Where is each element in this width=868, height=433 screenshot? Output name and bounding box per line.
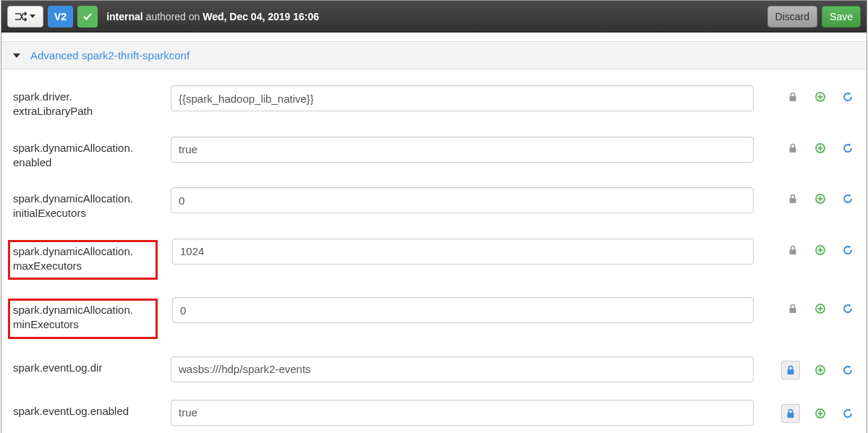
section-title[interactable]: Advanced spark2-thrift-sparkconf [30, 49, 190, 61]
add-icon[interactable] [813, 406, 827, 421]
property-row: spark.dynamicAllocation. enabled [1, 127, 867, 178]
property-row: spark.eventLog.dir [1, 346, 867, 390]
add-icon[interactable] [813, 90, 827, 104]
svg-rect-2 [790, 147, 796, 153]
svg-rect-8 [790, 308, 796, 313]
refresh-icon[interactable] [841, 141, 855, 155]
lock-icon[interactable] [786, 192, 800, 206]
refresh-icon[interactable] [841, 192, 855, 206]
refresh-icon[interactable] [841, 406, 855, 421]
property-row: spark.driver. extraLibraryPath [1, 75, 867, 127]
row-actions [768, 239, 855, 257]
property-input[interactable] [171, 356, 754, 382]
shuffle-icon [15, 12, 27, 22]
property-row: spark.eventLog.enabled [1, 390, 867, 433]
top-toolbar: V2 internal authored on Wed, Dec 04, 201… [1, 1, 867, 33]
add-icon[interactable] [813, 141, 827, 155]
property-label: spark.dynamicAllocation. minExecutors [8, 299, 158, 339]
chevron-down-icon [30, 14, 35, 18]
property-row: spark.dynamicAllocation. initialExecutor… [1, 177, 867, 228]
version-badge[interactable]: V2 [48, 6, 73, 27]
lock-icon[interactable] [786, 301, 800, 316]
property-label: spark.eventLog.enabled [13, 400, 156, 419]
refresh-icon[interactable] [841, 363, 855, 377]
svg-rect-10 [788, 369, 794, 374]
add-icon[interactable] [813, 363, 827, 377]
lock-icon[interactable] [786, 141, 800, 155]
property-label: spark.driver. extraLibraryPath [13, 85, 156, 119]
row-actions [768, 137, 855, 155]
row-actions [768, 297, 855, 316]
property-label: spark.dynamicAllocation. enabled [13, 137, 156, 171]
refresh-icon[interactable] [841, 301, 855, 316]
lock-icon[interactable] [786, 90, 800, 104]
property-input[interactable] [171, 400, 754, 426]
property-row: spark.dynamicAllocation. minExecutors [1, 287, 867, 346]
property-row: spark.dynamicAllocation. maxExecutors [1, 228, 867, 288]
property-input[interactable] [171, 187, 754, 213]
lock-icon[interactable] [781, 404, 800, 423]
svg-rect-0 [790, 96, 796, 101]
property-input[interactable] [171, 85, 754, 111]
property-input[interactable] [171, 137, 754, 163]
save-button[interactable]: Save [822, 6, 861, 27]
property-label: spark.dynamicAllocation. maxExecutors [8, 240, 158, 280]
svg-rect-4 [790, 198, 796, 203]
row-actions [768, 187, 855, 206]
property-list: spark.driver. extraLibraryPathspark.dyna… [1, 69, 867, 433]
compare-versions-button[interactable] [7, 6, 43, 27]
property-input[interactable] [172, 239, 754, 265]
section-header[interactable]: Advanced spark2-thrift-sparkconf [1, 41, 867, 69]
svg-rect-6 [790, 249, 796, 254]
refresh-icon[interactable] [841, 243, 855, 257]
row-actions [768, 356, 855, 380]
lock-icon[interactable] [781, 361, 800, 380]
refresh-icon[interactable] [841, 90, 855, 104]
lock-icon[interactable] [786, 243, 800, 257]
add-icon[interactable] [813, 192, 827, 206]
property-input[interactable] [172, 297, 754, 323]
row-actions [768, 85, 855, 104]
confirm-check-button[interactable] [77, 6, 98, 27]
chevron-down-icon [13, 53, 20, 58]
check-icon [82, 12, 93, 22]
add-icon[interactable] [813, 301, 827, 316]
property-label: spark.eventLog.dir [13, 356, 156, 375]
row-actions [768, 400, 855, 423]
author-info: internal authored on Wed, Dec 04, 2019 1… [106, 11, 319, 22]
add-icon[interactable] [813, 243, 827, 257]
discard-button[interactable]: Discard [767, 6, 817, 27]
property-label: spark.dynamicAllocation. initialExecutor… [13, 187, 156, 221]
svg-rect-12 [788, 413, 794, 418]
